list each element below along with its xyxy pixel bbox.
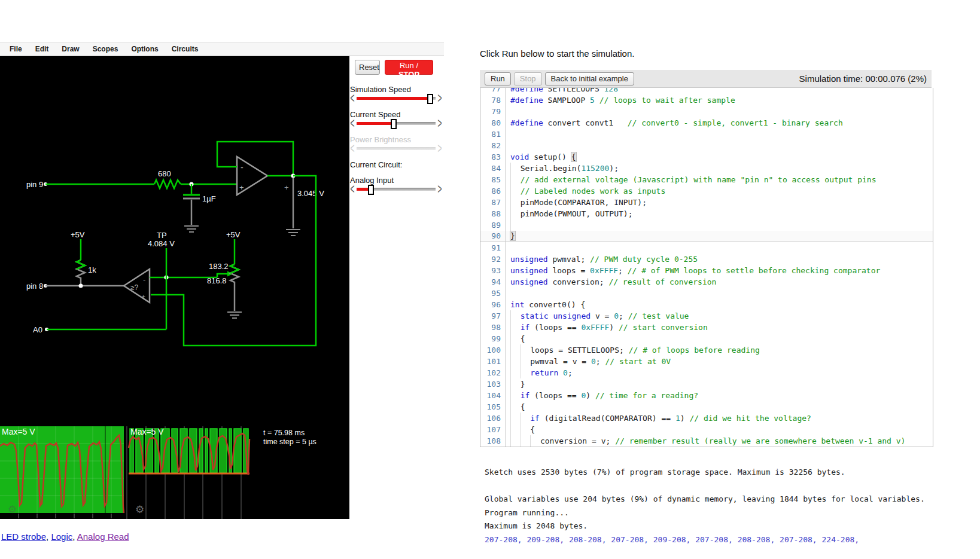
run-stop-button[interactable]: Run / STOP [385, 60, 433, 75]
code-line: 108 conversion = v; // remember result (… [480, 435, 933, 447]
code-line: 89 [480, 219, 933, 231]
comparator[interactable]: ≥? - + [124, 269, 150, 303]
svg-text:TP: TP [157, 231, 167, 240]
link-analog-read[interactable]: Analog Read [77, 531, 129, 542]
serial-values: 207-208, 209-208, 208-208, 207-208, 209-… [485, 535, 859, 544]
ground-voltmeter [286, 230, 300, 236]
power-brightness-label: Power Brightness [350, 135, 411, 144]
menu-options[interactable]: Options [131, 45, 158, 53]
test-point[interactable]: TP 4.084 V [148, 231, 175, 329]
code-line: 90} [480, 231, 933, 242]
supply-5v-pot[interactable]: +5V [226, 230, 241, 264]
code-line: 105 { [480, 401, 933, 413]
chevron-left-icon[interactable]: < [350, 182, 355, 196]
ground-pot [227, 312, 242, 318]
label-pin9[interactable]: pin 9 [26, 180, 47, 189]
reset-button[interactable]: Reset [355, 60, 380, 75]
scope-right-gear-icon[interactable]: ⚙ [135, 504, 144, 515]
current-speed-slider[interactable]: < > [349, 118, 443, 128]
code-line: 85 // add external voltage (Javascript) … [480, 174, 933, 185]
program-running-text: Program running... [485, 508, 859, 517]
wire-output-loop[interactable] [151, 176, 316, 346]
scope-left[interactable]: Max=5 V ⚙ [0, 426, 124, 518]
code-line: 106 if (digitalRead(COMPARATOR) == 1) //… [480, 413, 933, 424]
code-line: 84 Serial.begin(115200); [480, 163, 933, 174]
code-line: 88 pinMode(PWMOUT, OUTPUT); [480, 208, 933, 219]
scope-left-gear-icon[interactable]: ⚙ [8, 504, 17, 515]
link-led-strobe[interactable]: LED strobe [1, 531, 46, 542]
code-line: 78#define SAMPLOOP 5 // loops to wait af… [480, 94, 933, 106]
run-button[interactable]: Run [485, 72, 511, 85]
resistor-680[interactable]: 680 [154, 169, 181, 188]
menu-draw[interactable]: Draw [62, 45, 79, 53]
link-logic[interactable]: Logic [51, 531, 72, 542]
label-a0[interactable]: A0 [33, 325, 48, 334]
chevron-right-icon[interactable]: > [437, 182, 442, 196]
svg-text:pin 8: pin 8 [26, 282, 43, 291]
analog-input-label: Analog Input [350, 176, 394, 185]
svg-text:+5V: +5V [226, 230, 241, 239]
menu-scopes[interactable]: Scopes [93, 45, 118, 53]
slider-thumb[interactable] [368, 185, 374, 195]
svg-text:+: + [239, 183, 244, 192]
voltmeter-output[interactable]: + 3.045 V [284, 178, 324, 228]
code-line: 99 { [480, 333, 933, 344]
menu-bar: File Edit Draw Scopes Options Circuits [0, 42, 444, 56]
chevron-right-icon[interactable]: > [437, 91, 442, 105]
scope-right-max-label: Max=5 V [130, 427, 164, 436]
svg-text:816.8: 816.8 [207, 276, 227, 285]
svg-text:4.084 V: 4.084 V [148, 239, 175, 248]
code-line: 81 [480, 129, 933, 140]
slider-thumb[interactable] [427, 94, 433, 104]
svg-text:3.045 V: 3.045 V [297, 189, 324, 198]
code-line: 98 if (loops == 0xFFFF) // start convers… [480, 322, 933, 333]
circuit-canvas[interactable]: pin 9 680 1µF - + [0, 56, 349, 519]
code-line: 86 // Labeled nodes work as inputs [480, 185, 933, 197]
stop-button[interactable]: Stop [514, 72, 542, 85]
chevron-left-icon[interactable]: < [350, 116, 355, 130]
opamp-buffer[interactable]: - + [237, 157, 267, 195]
potentiometer[interactable]: 183.2 816.8 [207, 262, 239, 311]
control-panel: Reset Run / STOP Simulation Speed < > Cu… [349, 56, 444, 224]
back-to-initial-example-button[interactable]: Back to initial example [545, 72, 634, 85]
svg-text:+: + [141, 293, 145, 301]
svg-text:680: 680 [158, 169, 171, 178]
chevron-right-icon[interactable]: > [437, 116, 442, 130]
analog-input-slider[interactable]: < > [349, 184, 443, 194]
instruction-text: Click Run below to start the simulation. [480, 48, 634, 59]
resistor-1k[interactable]: 1k [77, 260, 96, 286]
svg-text:+5V: +5V [71, 230, 85, 239]
scope-time-label: t = 75.98 ms [263, 429, 305, 437]
code-line: 95 [480, 288, 933, 299]
ground-cap [184, 226, 199, 232]
capacitor-1uF[interactable]: 1µF [183, 184, 216, 225]
svg-text:≥?: ≥? [130, 283, 139, 292]
chevron-left-icon[interactable]: < [350, 91, 355, 105]
supply-5v-left[interactable]: +5V [71, 230, 85, 260]
sim-toolbar: Run Stop Back to initial example Simulat… [480, 70, 932, 88]
menu-file[interactable]: File [10, 45, 22, 53]
code-line: 96int convert0() { [480, 299, 933, 310]
svg-text:A0: A0 [33, 325, 42, 334]
code-line: 101 pwmval = v = 0; // start at 0V [480, 356, 933, 367]
code-line: 103 } [480, 378, 933, 390]
power-brightness-slider: < > [349, 143, 443, 153]
simulation-speed-slider[interactable]: < > [349, 93, 443, 103]
example-links: LED strobe, Logic, Analog Read [1, 531, 129, 542]
slider-thumb[interactable] [391, 119, 397, 129]
code-line: 82 [480, 140, 933, 151]
code-editor[interactable]: 77#define SETTLELOOPS 12878#define SAMPL… [480, 88, 933, 447]
menu-edit[interactable]: Edit [35, 45, 49, 53]
simulation-speed-label: Simulation Speed [350, 85, 411, 94]
code-line: 92unsigned pwmval; // PWM duty cycle 0-2… [480, 253, 933, 265]
code-line: 100 loops = SETTLELOOPS; // # of loops b… [480, 344, 933, 356]
current-speed-label: Current Speed [350, 110, 401, 119]
menu-circuits[interactable]: Circuits [172, 45, 199, 53]
serial-output: Program running... 207-208, 209-208, 208… [485, 490, 859, 559]
scope-right[interactable]: Max=5 V ⚙ [127, 426, 249, 519]
svg-text:183.2: 183.2 [209, 262, 229, 271]
simulation-time: Simulation time: 00:00.076 (2%) [799, 74, 927, 84]
label-pin8[interactable]: pin 8 [26, 282, 47, 291]
code-line: 87 pinMode(COMPARATOR, INPUT); [480, 197, 933, 208]
scope-step-label: time step = 5 µs [263, 438, 316, 446]
